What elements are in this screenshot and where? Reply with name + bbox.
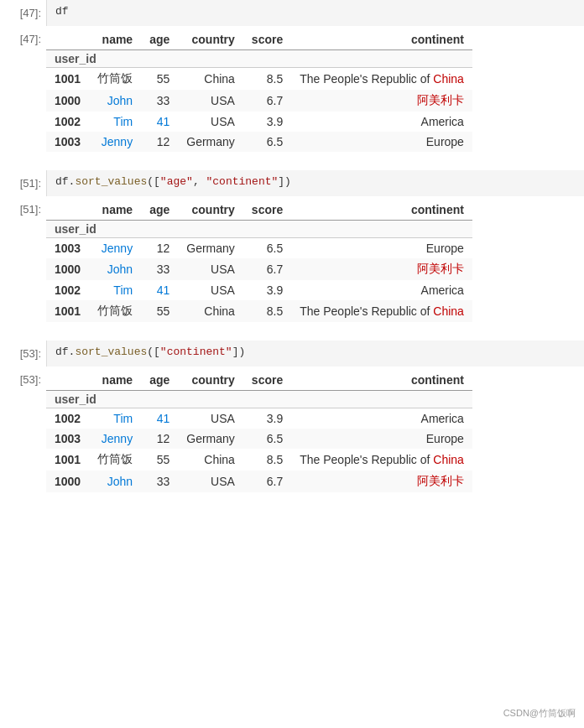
row-name: John [89,90,141,112]
cell-53-output: [53]: name age country score continent u… [0,367,584,502]
table-row: 1001 竹筒饭 55 China 8.5 The People's Repub… [46,300,472,322]
col-name-header: name [89,200,141,221]
col-country-header: country [178,29,243,50]
row-id: 1003 [46,132,89,152]
row-id: 1001 [46,68,89,91]
table-row: 1003 Jenny 12 Germany 6.5 Europe [46,132,472,152]
row-country: China [178,300,243,322]
row-continent: 阿美利卡 [291,90,472,112]
row-id: 1001 [46,449,89,471]
code-close: ]) [278,175,291,188]
row-name: 竹筒饭 [89,300,141,322]
table-row: 1000 John 33 USA 6.7 阿美利卡 [46,258,472,280]
cell-47-output: [47]: name age country score continent u… [0,26,584,162]
dataframe-1: name age country score continent user_id… [46,29,472,152]
row-age: 41 [141,280,178,300]
row-country: Germany [178,132,243,152]
table-row: 1003 Jenny 12 Germany 6.5 Europe [46,238,472,259]
row-age: 12 [141,132,178,152]
code-fn: sort_values [75,346,147,358]
row-id: 1003 [46,429,89,449]
row-score: 6.5 [243,132,291,152]
separator [0,162,584,170]
row-age: 12 [141,429,178,449]
row-age: 55 [141,449,178,471]
col-name-header: name [89,29,141,50]
row-id: 1000 [46,471,89,492]
row-continent: The People's Republic of China [291,68,472,91]
table-row: 1002 Tim 41 USA 3.9 America [46,408,472,429]
row-country: Germany [178,429,243,449]
col-index-header [46,370,89,391]
row-age: 33 [141,471,178,492]
row-name: Tim [89,112,141,132]
row-name: 竹筒饭 [89,449,141,471]
col-continent-header: continent [291,370,472,391]
row-continent: Europe [291,429,472,449]
row-age: 33 [141,258,178,280]
col-continent-header: continent [291,200,472,221]
col-index-header [46,200,89,221]
row-continent: 阿美利卡 [291,471,472,492]
row-name: Tim [89,408,141,429]
table-row: 1001 竹筒饭 55 China 8.5 The People's Repub… [46,449,472,471]
table-row: 1000 John 33 USA 6.7 阿美利卡 [46,90,472,112]
row-continent: Europe [291,238,472,259]
row-continent: The People's Republic of China [291,449,472,471]
col-age-header: age [141,200,178,221]
col-country-header: country [178,200,243,221]
row-name: Jenny [89,132,141,152]
code-paren: ([ [147,175,160,188]
code-var: df [55,346,69,358]
row-age: 33 [141,90,178,112]
cell-47-input: [47]: df [0,0,584,26]
row-id: 1000 [46,90,89,112]
code-var: df [55,175,69,188]
row-score: 3.9 [243,408,291,429]
col-name-header: name [89,370,141,391]
col-score-header: score [243,29,291,50]
col-age-header: age [141,29,178,50]
col-continent-header: continent [291,29,472,50]
row-continent: America [291,408,472,429]
col-age-header: age [141,370,178,391]
code-str1: "continent" [160,346,232,358]
row-id: 1000 [46,258,89,280]
index-label: user_id [46,221,472,238]
row-age: 41 [141,112,178,132]
cell-code: df.sort_values(["continent"]) [46,341,584,367]
row-name: 竹筒饭 [89,68,141,91]
row-age: 12 [141,238,178,259]
cell-53-input: [53]: df.sort_values(["continent"]) [0,341,584,367]
row-age: 41 [141,408,178,429]
index-label: user_id [46,50,472,68]
china-red: China [433,304,464,318]
cell-output: name age country score continent user_id… [46,367,584,502]
code-str1: "age" [160,175,193,188]
row-name: John [89,471,141,492]
cell-output: name age country score continent user_id… [46,196,584,332]
col-country-header: country [178,370,243,391]
row-id: 1001 [46,300,89,322]
separator [0,332,584,341]
cell-input-number: [53]: [0,341,46,367]
row-id: 1002 [46,112,89,132]
row-country: USA [178,471,243,492]
code-close: ]) [232,346,246,358]
row-country: USA [178,408,243,429]
row-age: 55 [141,300,178,322]
row-continent: 阿美利卡 [291,258,472,280]
dataframe-2: name age country score continent user_id… [46,200,472,322]
row-country: USA [178,258,243,280]
row-name: John [89,258,141,280]
row-score: 8.5 [243,300,291,322]
cell-code: df.sort_values(["age", "continent"]) [46,170,584,196]
cell-output-number: [47]: [0,26,46,162]
cell-code: df [46,0,584,26]
row-id: 1003 [46,238,89,259]
china-red: China [433,72,464,86]
code-comma: , [193,175,206,188]
code-str2: "continent" [206,175,278,188]
row-id: 1002 [46,280,89,300]
table-row: 1002 Tim 41 USA 3.9 America [46,112,472,132]
